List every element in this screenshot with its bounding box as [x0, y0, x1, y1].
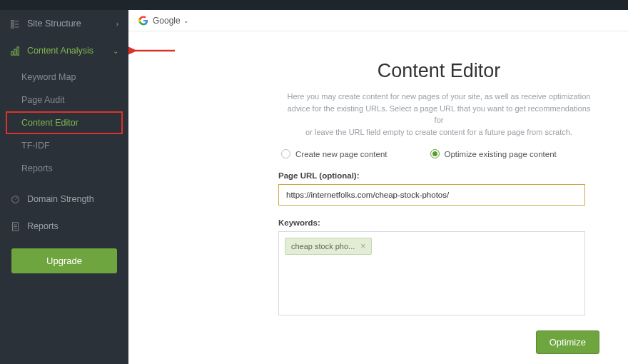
page-description: Here you may create content for new page… [285, 91, 592, 138]
url-field-label: Page URL (optional): [278, 171, 599, 180]
svg-rect-8 [16, 46, 18, 54]
keyword-tag: cheap stock pho... × [285, 238, 372, 255]
main-area: Google ⌄ Content Editor Here you may cre… [128, 0, 628, 364]
chevron-down-icon: ⌄ [183, 17, 189, 24]
keywords-field-label: Keywords: [278, 218, 599, 227]
mode-radio-group: Create new page content Optimize existin… [278, 149, 599, 158]
sub-content-editor[interactable]: Content Editor [6, 111, 123, 134]
radio-label: Create new page content [295, 150, 388, 158]
svg-rect-0 [11, 20, 13, 21]
header-bar: Google ⌄ [128, 10, 628, 31]
radio-optimize-existing[interactable]: Optimize existing page content [430, 149, 557, 158]
gauge-icon [10, 194, 20, 204]
keywords-input[interactable]: cheap stock pho... × [278, 231, 585, 315]
optimize-label: Optimize [550, 337, 586, 348]
nav-content-analysis[interactable]: Content Analysis ⌄ [0, 37, 128, 64]
close-icon[interactable]: × [360, 241, 365, 251]
sub-tf-idf[interactable]: TF-IDF [0, 134, 128, 157]
svg-rect-7 [14, 49, 15, 55]
nav-label: Content Analysis [27, 46, 93, 56]
page-url-input[interactable] [278, 184, 585, 206]
sidebar-topstrip [0, 0, 128, 10]
sub-reports[interactable]: Reports [0, 157, 128, 180]
svg-rect-6 [11, 51, 12, 55]
radio-label: Optimize existing page content [445, 150, 557, 158]
chart-icon [10, 46, 20, 56]
sub-keyword-map[interactable]: Keyword Map [0, 66, 128, 89]
document-icon [10, 221, 20, 231]
sub-page-audit[interactable]: Page Audit [0, 89, 128, 111]
keyword-tag-text: cheap stock pho... [291, 242, 355, 251]
search-engine-selector[interactable]: Google ⌄ [153, 16, 189, 26]
svg-rect-1 [11, 23, 13, 24]
sidebar: Site Structure › Content Analysis ⌄ Keyw… [0, 0, 128, 364]
nav-reports[interactable]: Reports [0, 213, 128, 240]
svg-line-10 [15, 198, 16, 199]
google-icon [138, 16, 148, 26]
search-engine-label: Google [153, 16, 181, 26]
content-area: Content Editor Here you may create conte… [128, 31, 628, 364]
radio-create-new[interactable]: Create new page content [281, 149, 388, 158]
chevron-right-icon: › [116, 20, 118, 28]
svg-rect-2 [11, 26, 13, 27]
content-analysis-submenu: Keyword Map Page Audit Content Editor TF… [0, 64, 128, 186]
radio-icon [281, 149, 290, 158]
nav-label: Domain Strength [27, 194, 94, 204]
nav-label: Reports [27, 221, 59, 231]
radio-icon [430, 149, 440, 158]
upgrade-button[interactable]: Upgrade [11, 248, 117, 273]
nav-label: Site Structure [27, 19, 81, 29]
page-title: Content Editor [278, 60, 599, 82]
sitemap-icon [10, 19, 20, 29]
main-topstrip [128, 0, 628, 10]
optimize-button[interactable]: Optimize [536, 330, 599, 354]
chevron-down-icon: ⌄ [113, 47, 118, 55]
upgrade-label: Upgrade [46, 256, 82, 266]
nav-domain-strength[interactable]: Domain Strength [0, 186, 128, 213]
nav-site-structure[interactable]: Site Structure › [0, 10, 128, 37]
